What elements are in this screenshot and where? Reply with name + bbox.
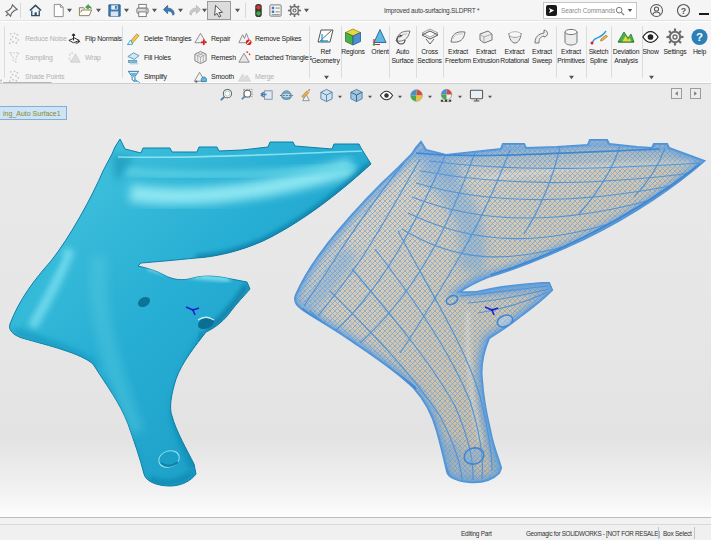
display-style-icon[interactable]: [349, 88, 364, 103]
ribbon-button-remesh[interactable]: Remesh: [193, 49, 236, 66]
titlebar-separator: [245, 3, 246, 18]
graphics-viewport[interactable]: ing_Auto Surface1: [0, 83, 711, 517]
sketch-spline-icon: [587, 26, 610, 48]
print-button[interactable]: [134, 2, 151, 19]
regions-icon: [341, 26, 365, 48]
orient-icon: [369, 26, 391, 48]
extract-rotational-icon: [500, 26, 529, 48]
wrap-icon: [67, 50, 82, 65]
zoom-to-area-icon[interactable]: [239, 88, 254, 103]
search-magnifier-icon[interactable]: [615, 6, 625, 16]
new-document-button[interactable]: [50, 2, 67, 19]
view-orientation-dropdown[interactable]: [337, 95, 343, 100]
model-scene: [0, 84, 711, 517]
ribbon-button-flip-normals[interactable]: Flip Normals: [67, 30, 122, 47]
view-settings-dropdown[interactable]: [487, 95, 493, 100]
remove-spikes-icon: [237, 31, 252, 46]
print-dropdown[interactable]: [151, 8, 158, 14]
ribbon-button-remove-spikes[interactable]: Remove Spikes: [237, 30, 301, 47]
settings-gear-dropdown[interactable]: [303, 8, 310, 14]
extract-extrusion-icon: [472, 26, 500, 48]
options-list-icon[interactable]: [267, 2, 284, 19]
undo-dropdown[interactable]: [177, 8, 184, 14]
edit-appearance-icon[interactable]: [299, 88, 314, 103]
show-dropdown[interactable]: [648, 75, 655, 80]
settings-icon: [661, 26, 689, 48]
help-icon[interactable]: [675, 2, 692, 19]
ribbon-button-repair[interactable]: Repair: [193, 30, 230, 47]
ribbon-button-wrap[interactable]: Wrap: [67, 49, 101, 66]
status-selection-tool: Box Select: [663, 530, 692, 537]
help-ribbon-icon: [690, 26, 709, 48]
detached-triangles-icon: [237, 50, 252, 65]
pin-icon[interactable]: [3, 2, 20, 19]
reduce-noise-icon: [7, 31, 22, 46]
ribbon-button-delete-triangles[interactable]: Delete Triangles: [126, 30, 191, 47]
save-button[interactable]: [106, 2, 123, 19]
search-placeholder: Search Commands: [557, 7, 615, 14]
ribbon-button-sampling[interactable]: Sampling: [7, 49, 53, 66]
feature-tree-label[interactable]: ing_Auto Surface1: [0, 106, 67, 120]
titlebar-separator: [20, 3, 21, 18]
document-title: Improved auto-surfacing.SLDPRT *: [384, 7, 479, 14]
edit-appearance-dropdown[interactable]: [427, 95, 433, 100]
extract-primitives-dropdown[interactable]: [568, 75, 575, 80]
open-dropdown[interactable]: [95, 8, 102, 14]
select-tool-dropdown[interactable]: [234, 8, 241, 14]
zoom-to-fit-icon[interactable]: [219, 88, 234, 103]
apply-scene-icon[interactable]: [439, 88, 454, 103]
task-pane-back-button[interactable]: [671, 88, 682, 99]
heads-up-view-toolbar: [219, 87, 499, 103]
status-separator: [658, 527, 659, 539]
ribbon-button-fill-holes[interactable]: Fill Holes: [126, 49, 171, 66]
show-icon: [641, 26, 660, 48]
home-button[interactable]: [27, 2, 44, 19]
ribbon-separator: [122, 26, 123, 78]
extract-freeform-icon: [444, 26, 472, 48]
extract-sweep-icon: [529, 26, 555, 48]
cross-sections-icon: [417, 26, 442, 48]
new-document-dropdown[interactable]: [66, 8, 73, 14]
search-dropdown-icon[interactable]: [627, 8, 633, 13]
repair-icon: [193, 31, 208, 46]
search-commands-box[interactable]: Search Commands: [543, 2, 637, 19]
display-style-dropdown[interactable]: [367, 95, 373, 100]
ref-geometry-dropdown[interactable]: [323, 75, 330, 80]
edit-appearance-ball-icon[interactable]: [409, 88, 424, 103]
auto-surface-icon: [390, 26, 415, 48]
deviation-analysis-icon: [612, 26, 640, 48]
ref-geometry-icon: [311, 26, 340, 48]
solidworks-window: Improved auto-surfacing.SLDPRT * Search …: [0, 0, 711, 540]
status-separator: [694, 527, 695, 539]
ribbon-separator: [4, 26, 5, 78]
task-pane-forward-button[interactable]: [690, 88, 701, 99]
open-button[interactable]: [77, 2, 94, 19]
undo-button[interactable]: [161, 2, 178, 19]
hide-show-items-dropdown[interactable]: [397, 95, 403, 100]
hide-show-items-icon[interactable]: [379, 88, 394, 103]
delete-triangles-icon: [126, 31, 141, 46]
command-manager-ribbon: t Reduce Noise Sampling Shade Points Fli…: [0, 22, 711, 82]
view-settings-icon[interactable]: [469, 88, 484, 103]
section-view-icon[interactable]: [279, 88, 294, 103]
solidworks-search-icon: [546, 5, 557, 16]
fill-holes-icon: [126, 50, 141, 65]
select-tool-button[interactable]: [207, 1, 231, 20]
status-bar-inner: Editing Part Geomagic for SOLIDWORKS - […: [0, 524, 711, 540]
user-account-icon[interactable]: [648, 2, 665, 19]
previous-view-icon[interactable]: [259, 88, 274, 103]
extract-primitives-icon: [557, 26, 585, 48]
surfaced-model[interactable]: [290, 131, 711, 491]
save-dropdown[interactable]: [123, 8, 130, 14]
rebuild-traffic-light-icon[interactable]: [250, 2, 267, 19]
remesh-icon: [193, 50, 208, 65]
sampling-icon: [7, 50, 22, 65]
apply-scene-dropdown[interactable]: [457, 95, 463, 100]
ribbon-button-help[interactable]: Help: [690, 26, 709, 80]
minimize-button[interactable]: [699, 13, 709, 15]
settings-gear-icon[interactable]: [286, 2, 303, 19]
view-orientation-icon[interactable]: [319, 88, 334, 103]
status-editing-mode: Editing Part: [461, 530, 492, 537]
ribbon-button-reduce-noise[interactable]: Reduce Noise: [7, 30, 67, 47]
status-bar: Editing Part Geomagic for SOLIDWORKS - […: [0, 517, 711, 540]
